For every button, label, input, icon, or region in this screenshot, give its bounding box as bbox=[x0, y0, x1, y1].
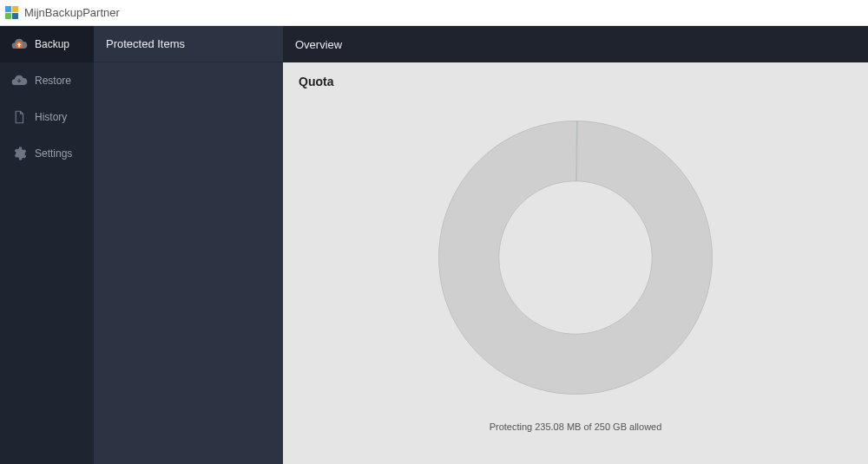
titlebar: MijnBackupPartner bbox=[0, 0, 868, 26]
overview-header: Overview bbox=[283, 26, 868, 62]
app-title: MijnBackupPartner bbox=[24, 6, 120, 19]
svg-rect-2 bbox=[5, 13, 11, 19]
sidebar-item-backup[interactable]: Backup bbox=[0, 26, 94, 62]
overview-title: Overview bbox=[295, 38, 342, 51]
gear-icon bbox=[10, 145, 28, 162]
svg-rect-0 bbox=[5, 6, 11, 12]
main-layout: Backup Restore History bbox=[0, 26, 868, 464]
quota-heading: Quota bbox=[299, 75, 852, 88]
content-body: Quota Protecting 235.08 MB of 250 GB all… bbox=[283, 62, 868, 464]
sidebar-item-label: Settings bbox=[35, 147, 72, 160]
cloud-upload-icon bbox=[10, 36, 28, 53]
sidebar-item-history[interactable]: History bbox=[0, 99, 94, 135]
quota-donut-chart bbox=[424, 106, 727, 409]
sidebar-item-label: History bbox=[35, 111, 67, 123]
protected-items-panel: Protected Items bbox=[94, 26, 283, 464]
content-area: Overview Quota Protecting 235.08 MB of 2… bbox=[283, 26, 868, 464]
quota-chart-wrap: Protecting 235.08 MB of 250 GB allowed bbox=[299, 106, 852, 432]
quota-caption: Protecting 235.08 MB of 250 GB allowed bbox=[490, 422, 662, 432]
sidebar: Backup Restore History bbox=[0, 26, 94, 464]
sidebar-item-label: Backup bbox=[35, 38, 69, 50]
sidebar-item-label: Restore bbox=[35, 75, 71, 87]
cloud-download-icon bbox=[10, 72, 28, 89]
file-icon bbox=[10, 108, 28, 126]
sidebar-item-restore[interactable]: Restore bbox=[0, 62, 94, 99]
svg-rect-3 bbox=[12, 13, 18, 19]
app-logo-icon bbox=[5, 6, 19, 20]
svg-rect-1 bbox=[12, 6, 18, 12]
protected-items-title: Protected Items bbox=[106, 37, 185, 50]
protected-items-header: Protected Items bbox=[94, 26, 283, 62]
sidebar-item-settings[interactable]: Settings bbox=[0, 135, 94, 172]
